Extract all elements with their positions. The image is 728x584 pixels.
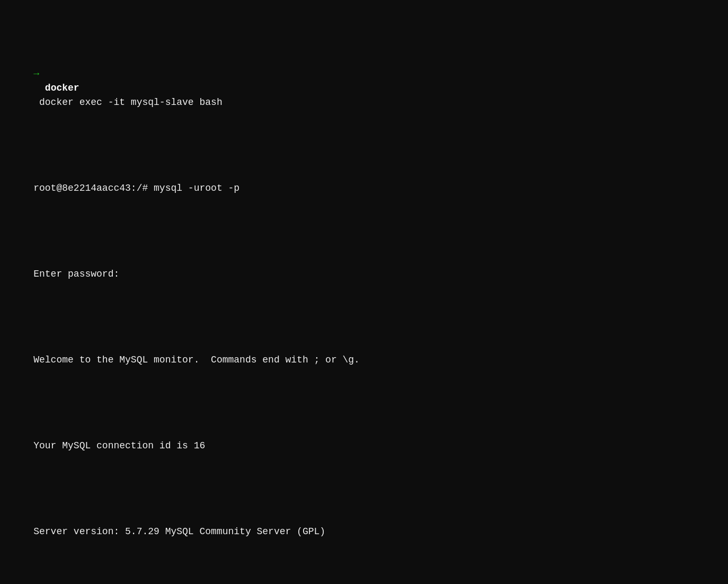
welcome-line: Welcome to the MySQL monitor. Commands e…: [11, 339, 717, 382]
arrow-icon: →: [33, 68, 39, 79]
enter-password-text: Enter password:: [33, 269, 125, 279]
docker-command: docker exec -it mysql-slave bash: [33, 97, 222, 108]
mysql-login-line: root@8e2214aacc43:/# mysql -uroot -p: [11, 167, 717, 210]
server-version-line: Server version: 5.7.29 MySQL Community S…: [11, 510, 717, 553]
enter-password-line: Enter password:: [11, 253, 717, 296]
terminal-window: → docker docker exec -it mysql-slave bas…: [11, 10, 717, 584]
connection-id-text: Your MySQL connection id is 16: [33, 440, 205, 451]
connection-id-line: Your MySQL connection id is 16: [11, 424, 717, 467]
docker-keyword: docker: [33, 83, 79, 93]
mysql-login-text: root@8e2214aacc43:/# mysql -uroot -p: [33, 183, 239, 193]
docker-cmd-line: → docker docker exec -it mysql-slave bas…: [11, 52, 717, 124]
welcome-text: Welcome to the MySQL monitor. Commands e…: [33, 355, 360, 365]
server-version-text: Server version: 5.7.29 MySQL Community S…: [33, 526, 325, 537]
